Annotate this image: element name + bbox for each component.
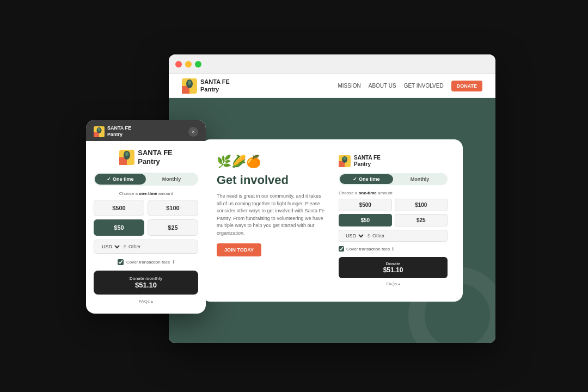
mobile-header-brand-text: SANTA FE Pantry xyxy=(107,125,131,138)
mobile-cover-fees-label: Cover transaction fees xyxy=(126,260,170,265)
other-label: Other xyxy=(372,233,385,238)
site-body: 🌿🌽🍊 Get involved The need is great in ou… xyxy=(169,98,495,343)
card-brand-text: SANTA FE Pantry xyxy=(354,155,381,168)
card-left: 🌿🌽🍊 Get involved The need is great in ou… xyxy=(217,155,326,286)
browser-chrome xyxy=(169,54,495,74)
mobile-dollar-sign: $ xyxy=(124,244,126,249)
mobile-cover-fees-checkbox[interactable] xyxy=(118,259,124,265)
amount-50[interactable]: $50 xyxy=(339,214,392,226)
nav-get-involved[interactable]: GET INVOLVED xyxy=(404,83,444,89)
nav-logo: SANTA FE Pantry xyxy=(182,78,338,94)
svg-point-7 xyxy=(344,157,346,160)
dot-green[interactable] xyxy=(195,61,201,68)
dot-yellow[interactable] xyxy=(185,61,192,68)
mobile-amount-100[interactable]: $100 xyxy=(148,200,198,216)
card-right-logo: SANTA FE Pantry xyxy=(339,155,448,168)
join-today-button[interactable]: JOIN TODAY xyxy=(217,243,261,256)
mobile-faqs-link[interactable]: FAQs ▴ xyxy=(94,299,198,304)
desktop-toggle: ✓ One time Monthly xyxy=(339,173,448,185)
mobile-brand-main: SANTA FE Pantry xyxy=(138,149,173,166)
mobile-widget: SANTA FE Pantry × SANTA FE Pantry ✓ One … xyxy=(86,120,206,314)
desktop-other-row: USD $ Other xyxy=(339,230,448,242)
mobile-toggle-monthly[interactable]: Monthly xyxy=(146,174,197,185)
currency-select[interactable]: USD xyxy=(344,232,365,239)
amount-25[interactable]: $25 xyxy=(395,214,448,226)
info-icon[interactable]: ℹ xyxy=(392,247,394,252)
get-involved-icons: 🌿🌽🍊 xyxy=(217,155,326,169)
get-involved-title: Get involved xyxy=(217,173,326,187)
nav-mission[interactable]: MISSION xyxy=(338,83,361,89)
donate-button[interactable]: Donate $51.10 xyxy=(339,257,448,278)
mobile-other-label: Other xyxy=(128,244,141,249)
browser-window: SANTA FE Pantry MISSION ABOUT US GET INV… xyxy=(169,54,495,343)
mobile-amount-50[interactable]: $50 xyxy=(94,219,144,236)
mobile-amount-25[interactable]: $25 xyxy=(148,219,198,236)
nav-logo-icon xyxy=(182,78,197,94)
svg-point-11 xyxy=(98,127,101,130)
mobile-header: SANTA FE Pantry × xyxy=(86,120,206,141)
nav-about[interactable]: ABOUT US xyxy=(369,83,396,89)
cover-fees-label: Cover transaction fees xyxy=(346,247,390,252)
mobile-currency-select[interactable]: USD xyxy=(100,243,121,250)
choose-label: Choose a one-time amount xyxy=(339,191,448,195)
mobile-logo-icon xyxy=(119,150,134,165)
donate-label: Donate xyxy=(343,261,443,266)
mobile-header-brand: SANTA FE Pantry xyxy=(94,125,131,138)
mobile-other-row: USD $ Other xyxy=(94,240,198,254)
dollar-sign: $ xyxy=(367,233,370,238)
toggle-onetime-button[interactable]: ✓ One time xyxy=(340,174,393,184)
mobile-donate-amount: $51.10 xyxy=(99,281,193,289)
cover-fees-checkbox[interactable] xyxy=(339,246,344,252)
desktop-donation-card: 🌿🌽🍊 Get involved The need is great in ou… xyxy=(201,139,463,302)
svg-point-3 xyxy=(188,81,191,85)
site-nav: SANTA FE Pantry MISSION ABOUT US GET INV… xyxy=(169,74,495,98)
mobile-toggle: ✓ One time Monthly xyxy=(94,173,198,186)
mobile-choose-label: Choose a one-time amount xyxy=(94,191,198,196)
mobile-amount-grid: $500 $100 $50 $25 xyxy=(94,200,198,236)
desktop-amount-grid: $500 $100 $50 $25 xyxy=(339,199,448,226)
get-involved-text: The need is great in our community, and … xyxy=(217,193,326,237)
amount-500[interactable]: $500 xyxy=(339,199,392,211)
mobile-toggle-onetime[interactable]: ✓ One time xyxy=(95,174,146,185)
dot-red[interactable] xyxy=(175,61,182,68)
mobile-donate-label: Donate monthly xyxy=(99,276,193,281)
amount-100[interactable]: $100 xyxy=(395,199,448,211)
faqs-link[interactable]: FAQs ▴ xyxy=(339,281,448,286)
mobile-header-logo-icon xyxy=(94,126,105,137)
mobile-amount-500[interactable]: $500 xyxy=(94,200,144,216)
nav-links: MISSION ABOUT US GET INVOLVED DONATE xyxy=(338,81,483,91)
donate-amount: $51.10 xyxy=(343,266,443,274)
svg-point-15 xyxy=(125,152,128,156)
card-logo-icon xyxy=(339,155,351,167)
nav-donate-button[interactable]: DONATE xyxy=(451,81,482,91)
toggle-monthly-button[interactable]: Monthly xyxy=(393,174,446,184)
nav-brand-text: SANTA FE Pantry xyxy=(200,78,230,93)
mobile-close-button[interactable]: × xyxy=(188,127,198,137)
mobile-body: SANTA FE Pantry ✓ One time Monthly Choos… xyxy=(86,141,206,313)
card-right: SANTA FE Pantry ✓ One time Monthly Choos… xyxy=(339,155,448,286)
mobile-cover-row: Cover transaction fees ℹ xyxy=(94,259,198,265)
cover-fees-row: Cover transaction fees ℹ xyxy=(339,246,448,252)
mobile-donate-button[interactable]: Donate monthly $51.10 xyxy=(94,271,198,295)
mobile-logo-row: SANTA FE Pantry xyxy=(94,149,198,166)
mobile-info-icon[interactable]: ℹ xyxy=(173,260,174,265)
